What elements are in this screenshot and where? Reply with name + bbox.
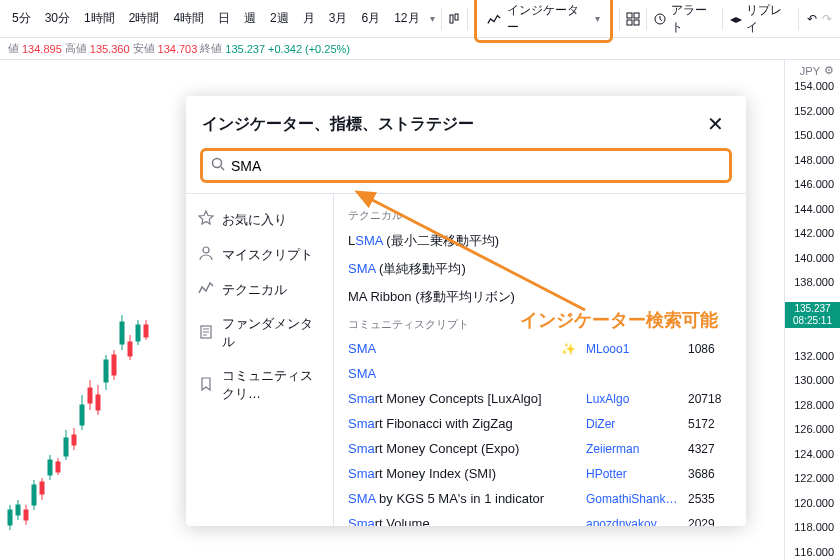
svg-rect-5 xyxy=(634,20,639,25)
separator xyxy=(467,8,468,30)
price-tick: 128.000 xyxy=(794,399,834,411)
svg-rect-3 xyxy=(634,13,639,18)
interval-30m[interactable]: 30分 xyxy=(39,6,76,31)
current-price-badge: 135.237 08:25:11 xyxy=(785,302,840,328)
result-count: 1086 xyxy=(688,342,732,356)
search-input[interactable] xyxy=(231,158,721,174)
svg-point-45 xyxy=(203,247,209,253)
result-author: apozdnyakov xyxy=(586,517,678,527)
open-label: 値 xyxy=(8,41,19,56)
category-star[interactable]: お気に入り xyxy=(186,202,333,237)
result-name: Smart Fibonacci with ZigZag xyxy=(348,416,576,431)
price-tick: 126.000 xyxy=(794,423,834,435)
ohlc-status-bar: 値 134.895 高値 135.360 安値 134.703 終値 135.2… xyxy=(0,38,840,60)
result-name: Smart Volume xyxy=(348,516,576,526)
svg-rect-14 xyxy=(48,460,52,475)
result-item[interactable]: Smart Money Concept (Expo)Zeiierman4327 xyxy=(334,436,746,461)
price-axis[interactable]: JPY ⚙ 154.000152.000150.000148.000146.00… xyxy=(784,60,840,560)
section-header: テクニカル xyxy=(334,202,746,227)
indicator-button[interactable]: インジケーター ▾ xyxy=(474,0,612,43)
price-tick: 130.000 xyxy=(794,374,834,386)
result-name: SMA (単純移動平均) xyxy=(348,260,732,278)
replay-label: リプレイ xyxy=(746,2,792,36)
close-value: 135.237 xyxy=(225,43,265,55)
category-user[interactable]: マイスクリプト xyxy=(186,237,333,272)
svg-rect-38 xyxy=(112,355,116,375)
interval-3m[interactable]: 3月 xyxy=(323,6,354,31)
separator xyxy=(441,8,442,30)
interval-1h[interactable]: 1時間 xyxy=(78,6,121,31)
svg-line-44 xyxy=(221,167,224,170)
category-doc[interactable]: ファンダメンタル xyxy=(186,307,333,359)
replay-button[interactable]: ◂▸ リプレイ xyxy=(729,2,792,36)
result-item[interactable]: LSMA (最小二乗移動平均) xyxy=(334,227,746,255)
indicator-label: インジケーター xyxy=(507,2,586,36)
chevron-down-icon[interactable]: ▾ xyxy=(430,13,435,24)
close-icon[interactable]: ✕ xyxy=(701,110,730,138)
result-name: Smart Money Concepts [LuxAlgo] xyxy=(348,391,576,406)
chevron-down-icon: ▾ xyxy=(595,13,600,24)
result-item[interactable]: SMA xyxy=(334,361,746,386)
result-item[interactable]: Smart Fibonacci with ZigZagDiZer5172 xyxy=(334,411,746,436)
result-count: 5172 xyxy=(688,417,732,431)
separator xyxy=(646,8,647,30)
price-tick: 140.000 xyxy=(794,252,834,264)
result-item[interactable]: Smart Volumeapozdnyakov2029 xyxy=(334,511,746,526)
svg-rect-28 xyxy=(40,482,44,494)
svg-rect-0 xyxy=(450,15,453,23)
price-tick: 118.000 xyxy=(794,521,834,533)
svg-rect-32 xyxy=(72,435,76,445)
svg-rect-36 xyxy=(96,395,100,410)
svg-rect-12 xyxy=(32,485,36,505)
interval-1d[interactable]: 日 xyxy=(212,6,236,31)
price-tick: 150.000 xyxy=(794,129,834,141)
candlestick-icon[interactable] xyxy=(447,12,461,26)
redo-icon[interactable]: ↷ xyxy=(821,12,834,26)
result-item[interactable]: SMA✨MLooo11086 xyxy=(334,336,746,361)
high-label: 高値 xyxy=(65,41,87,56)
currency-label[interactable]: JPY ⚙ xyxy=(800,64,834,77)
result-count: 3686 xyxy=(688,467,732,481)
interval-12m[interactable]: 12月 xyxy=(388,6,425,31)
interval-4h[interactable]: 4時間 xyxy=(167,6,210,31)
interval-2w[interactable]: 2週 xyxy=(264,6,295,31)
result-item[interactable]: SMA by KGS 5 MA's in 1 indicatorGomathiS… xyxy=(334,486,746,511)
user-icon xyxy=(198,245,214,264)
undo-icon[interactable]: ↶ xyxy=(805,12,818,26)
alert-icon xyxy=(653,12,667,26)
category-bookmark[interactable]: コミュニティスクリ… xyxy=(186,359,333,411)
interval-1m[interactable]: 月 xyxy=(297,6,321,31)
svg-rect-26 xyxy=(24,510,28,520)
interval-1w[interactable]: 週 xyxy=(238,6,262,31)
result-item[interactable]: Smart Money Concepts [LuxAlgo]LuxAlgo207… xyxy=(334,386,746,411)
category-bars[interactable]: テクニカル xyxy=(186,272,333,307)
result-author: LuxAlgo xyxy=(586,392,678,406)
low-value: 134.703 xyxy=(158,43,198,55)
separator xyxy=(798,8,799,30)
results-list[interactable]: テクニカルLSMA (最小二乗移動平均)SMA (単純移動平均)MA Ribbo… xyxy=(334,194,746,526)
result-item[interactable]: SMA (単純移動平均) xyxy=(334,255,746,283)
low-label: 安値 xyxy=(133,41,155,56)
grid-icon[interactable] xyxy=(626,12,640,26)
svg-rect-42 xyxy=(144,325,148,337)
interval-6m[interactable]: 6月 xyxy=(355,6,386,31)
result-name: SMA xyxy=(348,341,551,356)
result-name: SMA by KGS 5 MA's in 1 indicator xyxy=(348,491,576,506)
doc-icon xyxy=(198,324,214,343)
result-author: GomathiShank… xyxy=(586,492,678,506)
result-count: 2029 xyxy=(688,517,732,527)
alert-button[interactable]: アラート xyxy=(653,2,716,36)
svg-rect-18 xyxy=(80,405,84,425)
search-wrap[interactable] xyxy=(200,148,732,183)
result-item[interactable]: MA Ribbon (移動平均リボン) xyxy=(334,283,746,311)
svg-rect-16 xyxy=(64,438,68,456)
gear-icon[interactable]: ⚙ xyxy=(824,64,834,77)
category-label: コミュニティスクリ… xyxy=(222,367,321,403)
separator xyxy=(619,8,620,30)
interval-5m[interactable]: 5分 xyxy=(6,6,37,31)
result-item[interactable]: Smart Money Index (SMI)HPotter3686 xyxy=(334,461,746,486)
interval-2h[interactable]: 2時間 xyxy=(123,6,166,31)
svg-point-43 xyxy=(213,159,222,168)
top-toolbar: 5分 30分 1時間 2時間 4時間 日 週 2週 月 3月 6月 12月 ▾ … xyxy=(0,0,840,38)
indicator-icon xyxy=(487,12,501,26)
